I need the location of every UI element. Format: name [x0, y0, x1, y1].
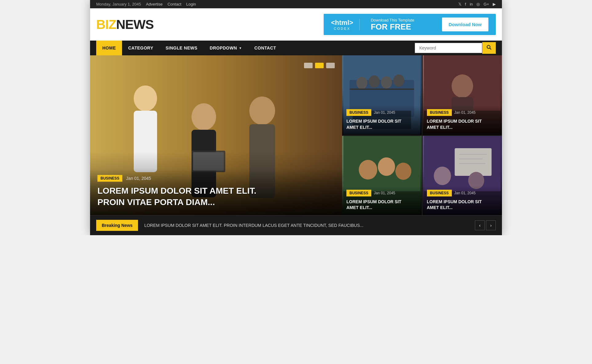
- ad-html-tag: <html>: [331, 19, 353, 27]
- search-icon: [487, 45, 491, 50]
- slide-dot-3[interactable]: [326, 63, 335, 68]
- side-title-2: LOREM IPSUM DOLOR SIT AMET ELIT...: [427, 118, 498, 130]
- googleplus-icon[interactable]: G+: [483, 2, 489, 6]
- top-bar-advertise[interactable]: Advertise: [146, 2, 163, 6]
- top-bar-contact[interactable]: Contact: [168, 2, 181, 6]
- breaking-news-text: LOREM IPSUM DOLOR SIT AMET ELIT. PROIN I…: [138, 223, 475, 228]
- facebook-icon[interactable]: f: [465, 2, 466, 6]
- side-news-grid: BUSINESS Jan 01, 2045 LOREM IPSUM DOLOR …: [342, 55, 502, 215]
- side-date-4: Jan 01, 2045: [454, 191, 476, 195]
- ad-download-button[interactable]: Download Now: [442, 18, 489, 31]
- logo[interactable]: BIZNEWS: [96, 18, 154, 31]
- breaking-news-bar: Breaking News LOREM IPSUM DOLOR SIT AMET…: [90, 215, 502, 235]
- hero-meta: BUSINESS Jan 01, 2045: [97, 175, 335, 182]
- top-bar-right: 𝕏 f in ◎ G+ ▶: [458, 2, 496, 6]
- side-item-overlay-2: BUSINESS Jan 01, 2045 LOREM IPSUM DOLOR …: [423, 105, 502, 135]
- svg-point-17: [393, 74, 404, 87]
- nav-item-single-news[interactable]: SINGLE NEWS: [160, 41, 204, 55]
- top-bar-login[interactable]: Login: [186, 2, 196, 6]
- breaking-news-nav: ‹ ›: [475, 220, 496, 230]
- svg-point-16: [381, 76, 392, 89]
- side-date-1: Jan 01, 2045: [374, 110, 395, 115]
- svg-point-27: [395, 163, 411, 180]
- slide-dot-2[interactable]: [315, 63, 324, 68]
- side-category-2[interactable]: BUSINESS: [427, 109, 452, 116]
- side-meta-2: BUSINESS Jan 01, 2045: [427, 109, 498, 116]
- hero-overlay: BUSINESS Jan 01, 2045 LOREM IPSUM DOLOR …: [90, 169, 342, 215]
- ad-text: Download This Template FOR FREE: [366, 18, 436, 31]
- side-category-1[interactable]: BUSINESS: [346, 109, 371, 116]
- twitter-icon[interactable]: 𝕏: [458, 2, 461, 6]
- hero-title: LOREM IPSUM DOLOR SIT AMET ELIT. PROIN V…: [97, 185, 335, 208]
- hero-date: Jan 01, 2045: [126, 176, 151, 181]
- ad-html-codex: <html> CODEX: [331, 19, 360, 30]
- nav-item-category[interactable]: CATEGORY: [122, 41, 160, 55]
- svg-point-21: [452, 74, 473, 98]
- svg-line-1: [490, 48, 491, 50]
- instagram-icon[interactable]: ◎: [476, 2, 480, 6]
- slider-dots: [304, 63, 335, 68]
- side-category-3[interactable]: BUSINESS: [346, 190, 371, 196]
- svg-point-15: [369, 75, 380, 88]
- svg-point-14: [356, 77, 367, 89]
- side-item-overlay-4: BUSINESS Jan 01, 2045 LOREM IPSUM DOLOR …: [423, 186, 502, 215]
- side-title-3: LOREM IPSUM DOLOR SIT AMET ELIT...: [346, 199, 417, 211]
- side-news-item-3[interactable]: BUSINESS Jan 01, 2045 LOREM IPSUM DOLOR …: [342, 136, 422, 216]
- ad-banner[interactable]: <html> CODEX Download This Template FOR …: [324, 14, 496, 35]
- top-bar-left: Monday, January 1, 2045 Advertise Contac…: [96, 2, 196, 6]
- side-news-item-2[interactable]: BUSINESS Jan 01, 2045 LOREM IPSUM DOLOR …: [423, 55, 502, 135]
- side-date-3: Jan 01, 2045: [374, 191, 395, 195]
- ad-small-text: Download This Template: [371, 18, 431, 22]
- top-bar: Monday, January 1, 2045 Advertise Contac…: [90, 0, 502, 8]
- svg-point-0: [487, 46, 490, 49]
- side-item-overlay-1: BUSINESS Jan 01, 2045 LOREM IPSUM DOLOR …: [342, 105, 422, 135]
- nav-item-dropdown[interactable]: DROPDOWN ▼: [203, 41, 248, 55]
- youtube-icon[interactable]: ▶: [493, 2, 496, 6]
- dropdown-arrow-icon: ▼: [239, 46, 242, 50]
- side-category-4[interactable]: BUSINESS: [427, 190, 452, 196]
- side-meta-1: BUSINESS Jan 01, 2045: [346, 109, 417, 116]
- ad-big-text: FOR FREE: [371, 22, 431, 31]
- search-input[interactable]: [415, 43, 482, 53]
- breaking-news-label: Breaking News: [96, 220, 138, 231]
- svg-point-26: [378, 157, 395, 176]
- hero-section[interactable]: BUSINESS Jan 01, 2045 LOREM IPSUM DOLOR …: [90, 55, 342, 215]
- nav: HOME CATEGORY SINGLE NEWS DROPDOWN ▼ CON…: [90, 41, 502, 55]
- side-meta-3: BUSINESS Jan 01, 2045: [346, 190, 417, 196]
- side-date-2: Jan 01, 2045: [454, 110, 476, 115]
- nav-item-contact[interactable]: CONTACT: [248, 41, 282, 55]
- svg-rect-30: [455, 148, 491, 176]
- logo-yellow: BIZ: [96, 17, 116, 32]
- header: BIZNEWS <html> CODEX Download This Templ…: [90, 8, 502, 41]
- main-content: BUSINESS Jan 01, 2045 LOREM IPSUM DOLOR …: [90, 55, 502, 215]
- side-item-overlay-3: BUSINESS Jan 01, 2045 LOREM IPSUM DOLOR …: [342, 186, 422, 215]
- side-title-1: LOREM IPSUM DOLOR SIT AMET ELIT...: [346, 118, 417, 130]
- side-news-item-1[interactable]: BUSINESS Jan 01, 2045 LOREM IPSUM DOLOR …: [342, 55, 422, 135]
- ad-codex: CODEX: [334, 27, 350, 30]
- svg-point-34: [434, 167, 451, 185]
- logo-dark: NEWS: [116, 17, 154, 32]
- side-news-item-4[interactable]: BUSINESS Jan 01, 2045 LOREM IPSUM DOLOR …: [423, 136, 502, 216]
- nav-links: HOME CATEGORY SINGLE NEWS DROPDOWN ▼ CON…: [96, 41, 282, 55]
- side-title-4: LOREM IPSUM DOLOR SIT AMET ELIT...: [427, 199, 498, 211]
- linkedin-icon[interactable]: in: [470, 2, 473, 6]
- hero-category-badge[interactable]: BUSINESS: [97, 175, 122, 182]
- nav-item-home[interactable]: HOME: [96, 41, 122, 55]
- search-button[interactable]: [482, 42, 496, 54]
- svg-point-25: [359, 160, 377, 180]
- breaking-news-next-button[interactable]: ›: [486, 220, 496, 230]
- breaking-news-prev-button[interactable]: ‹: [475, 220, 485, 230]
- side-meta-4: BUSINESS Jan 01, 2045: [427, 190, 498, 196]
- svg-rect-18: [349, 89, 414, 90]
- top-bar-date: Monday, January 1, 2045: [96, 2, 141, 6]
- nav-search: [415, 42, 496, 54]
- slide-dot-1[interactable]: [304, 63, 313, 68]
